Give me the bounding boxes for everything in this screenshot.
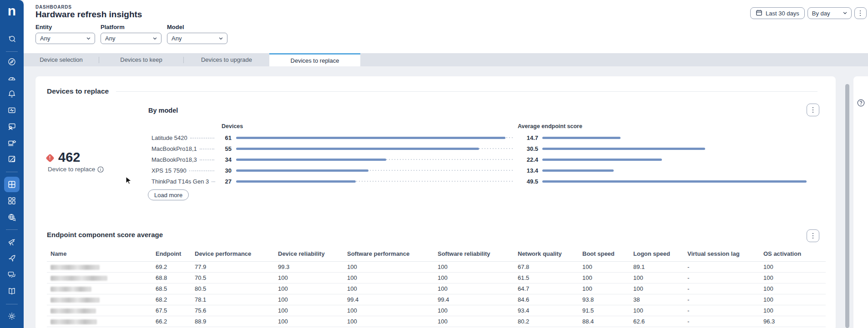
main-content: Devices to replace ! 462 Device to repla… (24, 66, 868, 328)
help-icon[interactable] (857, 99, 865, 107)
breadcrumb: DASHBOARDS (35, 5, 72, 10)
model-label: Latitude 5420 (151, 134, 187, 141)
devices-bar-track (236, 158, 515, 161)
chart-row: MacBookPro18,15530.5 (151, 143, 846, 154)
devices-bar-track (236, 136, 515, 139)
sidebar-item-globe-search[interactable] (4, 209, 20, 225)
sidebar-item-compass[interactable] (4, 54, 20, 70)
table-row[interactable]: 67.575.610010010093.491.5100-100 (47, 305, 826, 316)
table-row[interactable]: 68.870.510010010061.5100100-100 (47, 272, 826, 283)
platform-filter-select[interactable]: Any (101, 33, 161, 44)
column-header: Endpoint (156, 247, 195, 261)
sidebar-item-settings[interactable] (4, 308, 20, 324)
date-range-button[interactable]: Last 30 days (750, 7, 805, 19)
device-count: 30 (217, 167, 232, 174)
dotted-leader (190, 138, 214, 139)
chart-row: ThinkPad T14s Gen 32749.5 (151, 176, 846, 187)
remote-support-icon (7, 122, 16, 131)
score-cell: 100 (633, 305, 687, 316)
sidebar-item-telescope[interactable] (4, 234, 20, 250)
vertical-scrollbar[interactable] (845, 84, 849, 328)
score-cell: 100 (278, 305, 347, 316)
app-logo[interactable]: n (0, 4, 24, 19)
devices-bar-track (236, 169, 515, 172)
header-menu-button[interactable] (854, 7, 867, 19)
column-header: Virtual session lag (687, 247, 763, 261)
table-row[interactable]: 68.580.510010010064.7100100-100 (47, 283, 826, 294)
dotted-leader (200, 149, 214, 149)
sidebar-item-book[interactable] (4, 283, 20, 299)
tab-devices-to-replace[interactable]: Devices to replace (269, 53, 360, 66)
table-row[interactable]: 66.288.910010010080.288.462.6-96.3 (47, 316, 826, 327)
entity-filter-select[interactable]: Any (35, 33, 95, 44)
score-cell: - (687, 261, 763, 272)
sidebar-item-widgets[interactable] (4, 193, 20, 209)
sidebar-item-monitor-activity[interactable] (4, 103, 20, 118)
devices-bar-track (236, 180, 515, 183)
sidebar-item-device-gear[interactable] (4, 135, 20, 151)
sidebar-item-dashboards[interactable] (4, 177, 20, 192)
score-cell: 100 (347, 272, 438, 283)
filter-group-entity: EntityAny (35, 24, 95, 44)
selected-value: Any (172, 35, 182, 42)
redacted-name (50, 265, 100, 270)
table-row[interactable]: 69.277.999.310010067.810089.1-100 (47, 261, 826, 272)
column-header: OS activation (763, 247, 826, 261)
sidebar-item-gauge[interactable] (4, 70, 20, 86)
score-cell: 67.8 (518, 261, 582, 272)
tab-devices-to-keep[interactable]: Devices to keep (99, 53, 183, 66)
score-cell: 78.1 (195, 294, 278, 305)
device-name-cell (47, 316, 156, 327)
tab-device-selection[interactable]: Device selection (24, 53, 99, 66)
redacted-name (50, 298, 100, 303)
book-icon (7, 287, 16, 296)
selected-value: Any (40, 35, 50, 42)
device-count: 34 (217, 156, 232, 163)
score-bar (542, 137, 621, 139)
score-cell: 67.5 (156, 305, 195, 316)
sidebar-item-remote-support[interactable] (4, 119, 20, 134)
granularity-select[interactable]: By day (807, 7, 852, 19)
info-icon[interactable] (97, 166, 104, 173)
score-value: 30.5 (518, 145, 538, 152)
devices-column-header: Devices (222, 123, 243, 129)
sidebar-item-rocket[interactable] (4, 251, 20, 266)
chart-menu-button[interactable] (807, 104, 819, 116)
score-cell: - (687, 283, 763, 294)
score-cell: 100 (438, 316, 518, 327)
tab-devices-to-upgrade[interactable]: Devices to upgrade (184, 53, 269, 66)
sidebar-item-signature-pad[interactable] (4, 151, 20, 167)
score-bar-track (542, 169, 811, 172)
devices-bar (236, 169, 368, 172)
score-cell: 100 (278, 294, 347, 305)
score-bar-track (542, 136, 811, 139)
devices-bar-track (236, 147, 515, 150)
model-filter-select[interactable]: Any (167, 33, 227, 44)
score-cell: 88.9 (195, 316, 278, 327)
score-cell: 80.2 (518, 316, 582, 327)
score-cell: 100 (763, 272, 826, 283)
sidebar-item-chat[interactable] (4, 267, 20, 283)
table-menu-button[interactable] (807, 229, 819, 242)
granularity-value: By day (812, 10, 830, 17)
signature-pad-icon (7, 154, 16, 164)
sidebar-item-search-sparkle[interactable] (4, 31, 20, 47)
score-cell: 100 (582, 261, 633, 272)
score-table-title: Endpoint component score average (47, 231, 163, 239)
model-label-zone: XPS 15 7590 (151, 167, 217, 174)
sidebar-item-bell[interactable] (4, 86, 20, 102)
page-title: Hardware refresh insights (35, 10, 142, 20)
bell-icon (7, 89, 16, 99)
chart-row: Latitude 54206114.7 (151, 132, 846, 143)
dotted-leader (200, 159, 214, 160)
table-header-row: NameEndpointDevice performanceDevice rel… (47, 247, 826, 261)
top-controls: Last 30 days By day (750, 7, 867, 19)
load-more-button[interactable]: Load more (148, 189, 189, 200)
chevron-down-icon (86, 37, 91, 40)
model-label: ThinkPad T14s Gen 3 (151, 178, 209, 185)
table-row[interactable]: 68.278.110099.499.484.693.838-100 (47, 294, 826, 305)
score-cell: 93.8 (582, 294, 633, 305)
filter-label: Entity (35, 24, 95, 30)
score-cell: 91.5 (582, 305, 633, 316)
redacted-name (50, 276, 107, 281)
